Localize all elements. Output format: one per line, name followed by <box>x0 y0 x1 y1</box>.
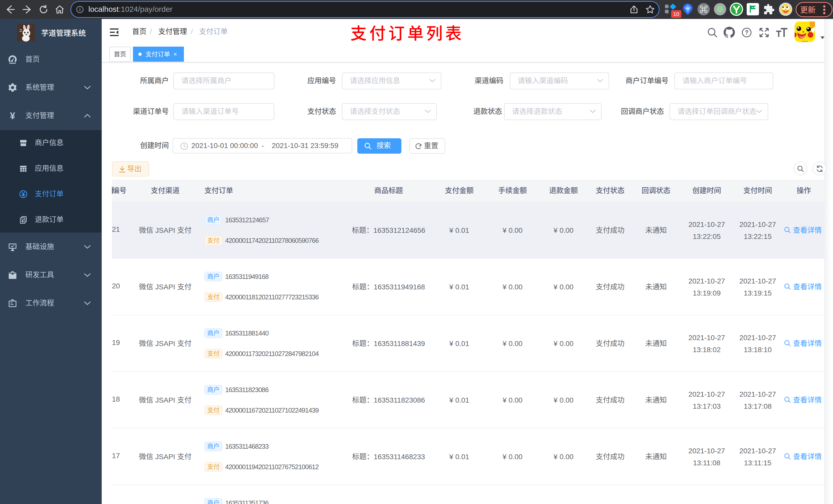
svg-text:?: ? <box>745 29 748 36</box>
svg-text:¥: ¥ <box>10 111 15 120</box>
